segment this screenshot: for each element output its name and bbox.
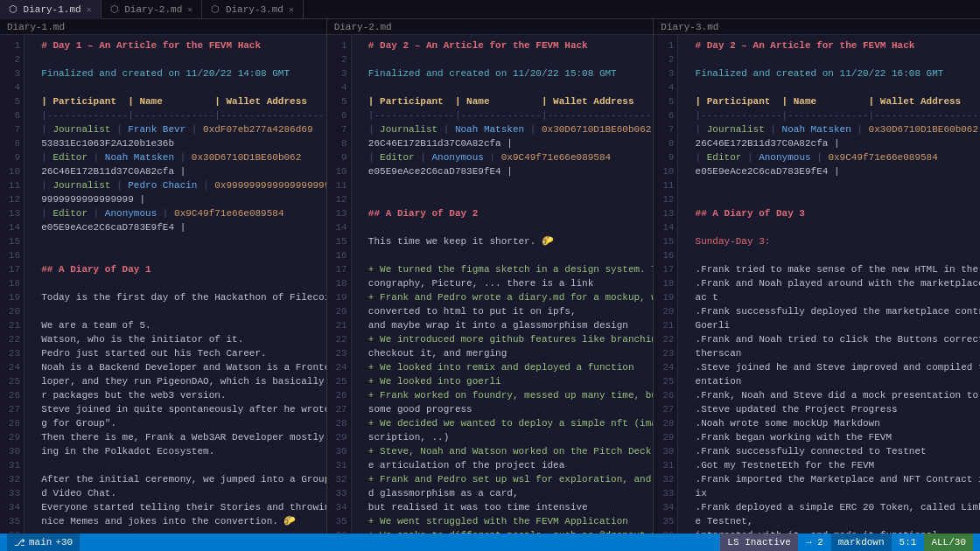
line-number: 12 <box>657 192 674 206</box>
line-number: 10 <box>657 164 674 178</box>
line-number: 29 <box>331 430 347 444</box>
pane-content-3[interactable]: 1234567891011121314151617181920212223242… <box>654 35 980 534</box>
code-line: | Participant | Name | Wallet Address | <box>30 94 321 108</box>
tab-diary2-close[interactable]: ✕ <box>187 4 192 15</box>
line-number: 8 <box>657 136 674 150</box>
status-branch[interactable]: ⎇ main +30 <box>7 534 80 551</box>
code-line: .Frank imported the Marketplace and NFT … <box>683 472 975 486</box>
code-line: .Got my TestnetEth for the FEVM <box>683 458 975 472</box>
line-number: 15 <box>4 234 20 248</box>
code-line: | Participant | Name | Wallet Address | <box>683 94 975 108</box>
status-right: LS Inactive → 2 markdown 5:1 ALL/30 <box>719 534 973 551</box>
pane-content-2[interactable]: 1234567891011121314151617181920212223242… <box>327 35 654 534</box>
line-number: 9 <box>4 150 20 164</box>
code-area-2[interactable]: # Day 2 – An Article for the FEVM Hack F… <box>352 35 654 534</box>
tab-diary1[interactable]: ⬡ Diary-1.md ✕ <box>0 0 102 19</box>
code-line: entation <box>683 374 975 388</box>
branch-icon: ⎇ <box>14 537 25 548</box>
code-line <box>357 80 648 94</box>
code-line: # Day 2 – An Article for the FEVM Hack <box>683 38 975 52</box>
line-number: 1 <box>331 38 347 52</box>
code-line: + We decided we wanted to deploy a simpl… <box>357 416 648 430</box>
line-number: 8 <box>4 136 20 150</box>
pane-header-3: Diary-3.md <box>654 19 980 35</box>
line-number: 29 <box>4 430 20 444</box>
code-line: Then there is me, Frank a Web3AR Develop… <box>30 430 321 444</box>
code-line: + Steve, Noah and Watson worked on the P… <box>357 444 648 458</box>
line-number: 26 <box>657 388 674 402</box>
line-number: 30 <box>331 444 347 458</box>
pane-1: Diary-1.md123456789101112131415161718192… <box>0 19 327 534</box>
code-line: # Day 1 – An Article for the FEVM Hack <box>30 38 321 52</box>
line-number: 31 <box>657 458 674 472</box>
code-line <box>683 248 975 262</box>
code-area-3[interactable]: # Day 2 – An Article for the FEVM Hack F… <box>678 35 980 534</box>
code-line: e05E9eAce2C6caD783E9fE4 | <box>30 220 321 234</box>
code-line: + We looked into goerli <box>357 374 648 388</box>
code-line: + We went struggled with the FEVM Applic… <box>357 514 648 528</box>
pane-header-1: Diary-1.md <box>0 19 326 35</box>
line-number: 33 <box>331 486 347 500</box>
code-line: Finalized and created on 11/20/22 14:08 … <box>30 66 321 80</box>
line-number: 28 <box>331 416 347 430</box>
code-line: .Frank began working with the FEVM <box>683 430 975 444</box>
code-line: + We spoke to different people, such as … <box>357 528 648 534</box>
line-number: 32 <box>657 472 674 486</box>
code-line <box>357 178 648 192</box>
line-number: 15 <box>657 234 674 248</box>
code-line <box>30 234 321 248</box>
line-number: 14 <box>657 220 674 234</box>
line-number: 24 <box>4 360 20 374</box>
code-line: some good progress <box>357 402 648 416</box>
line-number: 26 <box>4 388 20 402</box>
line-number: 22 <box>4 332 20 346</box>
code-line: e05E9eAce2C6caD783E9fE4 | <box>357 164 648 178</box>
status-bar: ⎇ main +30 LS Inactive → 2 markdown 5:1 … <box>0 534 980 551</box>
code-line: 53831Ec1063F2A120b1e36b <box>30 136 321 150</box>
line-number: 11 <box>4 178 20 192</box>
line-number: 12 <box>331 192 347 206</box>
code-line: | Editor | Anonymous | 0x9C49f71e66e0895… <box>683 150 975 164</box>
code-line <box>357 52 648 66</box>
line-number: 12 <box>4 192 20 206</box>
code-line: Goerli <box>683 318 975 332</box>
line-number: 17 <box>657 262 674 276</box>
tab-diary1-close[interactable]: ✕ <box>87 4 92 15</box>
pane-content-1[interactable]: 1234567891011121314151617181920212223242… <box>0 35 326 534</box>
code-line: .Steve joined he and Steve improved and … <box>683 360 975 374</box>
line-number: 16 <box>331 248 347 262</box>
code-line: Today is the first day of the Hackathon … <box>30 290 321 304</box>
status-lines: ALL/30 <box>924 534 973 551</box>
code-area-1[interactable]: # Day 1 – An Article for the FEVM Hack F… <box>24 35 326 534</box>
line-number: 2 <box>331 52 347 66</box>
line-number: 11 <box>657 178 674 192</box>
editor-area: Diary-1.md123456789101112131415161718192… <box>0 19 980 534</box>
code-line <box>30 80 321 94</box>
line-number: 13 <box>4 206 20 220</box>
tab-diary2[interactable]: ⬡ Diary-2.md ✕ <box>102 0 203 19</box>
code-line: e05E9eAce2C6caD783E9fE4 | <box>683 164 975 178</box>
code-line: |--------------|--------------|---------… <box>683 108 975 122</box>
line-number: 13 <box>657 206 674 220</box>
line-number: 25 <box>657 374 674 388</box>
line-number: 34 <box>657 500 674 514</box>
status-position: → 2 <box>799 534 830 551</box>
code-line: + We looked into remix and deployed a fu… <box>357 360 648 374</box>
code-line: 26C46E172B11d37C0A82cfa | <box>30 164 321 178</box>
code-line: e Testnet, <box>683 514 975 528</box>
tab-diary3[interactable]: ⬡ Diary-3.md ✕ <box>202 0 304 19</box>
line-number: 35 <box>331 514 347 528</box>
code-line: Watson, who is the initiator of it. <box>30 332 321 346</box>
code-line: Finalized and created on 11/20/22 16:08 … <box>683 66 975 80</box>
code-line: .Frank deployed a simple ERC 20 Token, c… <box>683 500 975 514</box>
code-line: but realised it was too time intensive <box>357 500 648 514</box>
code-line: |--------------|--------------|---------… <box>30 108 321 122</box>
code-line: | Journalist | Frank Bevr | 0xdF07eb277a… <box>30 122 321 136</box>
line-number: 18 <box>4 276 20 290</box>
line-number: 6 <box>4 108 20 122</box>
pane-header-2: Diary-2.md <box>327 19 654 35</box>
line-number: 10 <box>4 164 20 178</box>
tab-diary3-close[interactable]: ✕ <box>289 4 294 15</box>
code-line: | Journalist | Noah Matsken | 0x30D6710D… <box>683 122 975 136</box>
code-line: ## A Diary of Day 2 <box>357 206 648 220</box>
